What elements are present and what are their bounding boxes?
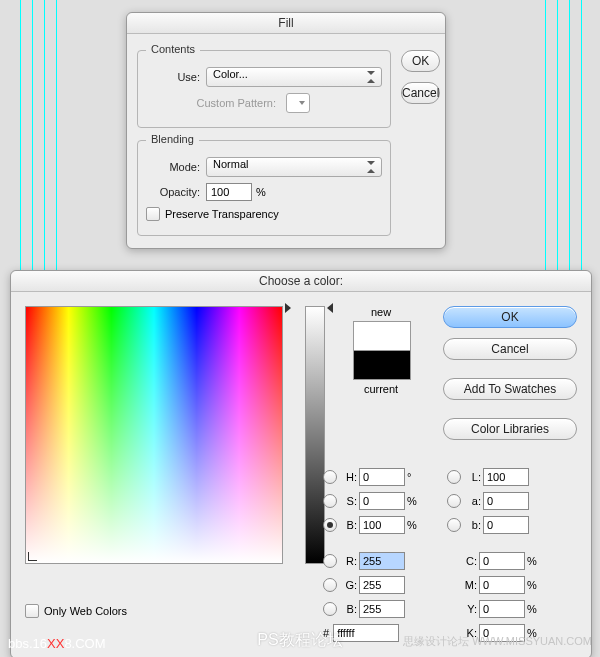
c-input[interactable] — [479, 552, 525, 570]
watermark-left: bbs.16XX8.COM — [8, 636, 106, 651]
slider-arrow-icon — [285, 303, 291, 313]
fill-title[interactable]: Fill — [127, 13, 445, 34]
only-web-colors-checkbox[interactable] — [25, 604, 39, 618]
opacity-input[interactable] — [206, 183, 252, 201]
current-label: current — [345, 383, 417, 395]
y-label: Y: — [447, 603, 477, 615]
current-color-swatch[interactable] — [353, 350, 411, 380]
b-input[interactable] — [359, 516, 405, 534]
custom-pattern-swatch[interactable] — [286, 93, 310, 113]
l-input[interactable] — [483, 468, 529, 486]
y-unit: % — [527, 603, 541, 615]
lab-b-input[interactable] — [483, 516, 529, 534]
b2-input[interactable] — [359, 600, 405, 618]
s-label: S: — [341, 495, 357, 507]
s-radio[interactable] — [323, 494, 337, 508]
a-radio[interactable] — [447, 494, 461, 508]
lab-b-label: b: — [465, 519, 481, 531]
m-input[interactable] — [479, 576, 525, 594]
mode-select[interactable]: Normal — [206, 157, 382, 177]
c-label: C: — [447, 555, 477, 567]
color-libraries-button[interactable]: Color Libraries — [443, 418, 577, 440]
r-label: R: — [341, 555, 357, 567]
blending-group-label: Blending — [146, 133, 199, 145]
b-label: B: — [341, 519, 357, 531]
c-unit: % — [527, 555, 541, 567]
brightness-slider[interactable] — [305, 306, 325, 564]
picker-title[interactable]: Choose a color: — [11, 271, 591, 292]
h-label: H: — [341, 471, 357, 483]
fill-dialog: Fill Contents Use: Color... Custom Patte… — [126, 12, 446, 249]
h-unit: ° — [407, 471, 421, 483]
fill-cancel-button[interactable]: Cancel — [401, 82, 440, 104]
picker-cancel-button[interactable]: Cancel — [443, 338, 577, 360]
only-web-colors-label: Only Web Colors — [44, 605, 127, 617]
l-radio[interactable] — [447, 470, 461, 484]
s-unit: % — [407, 495, 421, 507]
r-radio[interactable] — [323, 554, 337, 568]
watermark-right: 思缘设计论坛 WWW.MISSYUAN.COM — [403, 634, 592, 649]
g-label: G: — [341, 579, 357, 591]
g-input[interactable] — [359, 576, 405, 594]
new-color-swatch[interactable] — [353, 321, 411, 350]
custom-pattern-label: Custom Pattern: — [146, 97, 276, 109]
b-unit: % — [407, 519, 421, 531]
preserve-transparency-label: Preserve Transparency — [165, 208, 279, 220]
add-to-swatches-button[interactable]: Add To Swatches — [443, 378, 577, 400]
fill-ok-button[interactable]: OK — [401, 50, 440, 72]
picker-ok-button[interactable]: OK — [443, 306, 577, 328]
l-label: L: — [465, 471, 481, 483]
h-radio[interactable] — [323, 470, 337, 484]
use-select[interactable]: Color... — [206, 67, 382, 87]
a-label: a: — [465, 495, 481, 507]
slider-arrow-icon — [327, 303, 333, 313]
contents-group-label: Contents — [146, 43, 200, 55]
r-input[interactable] — [359, 552, 405, 570]
picker-cursor-icon — [28, 552, 37, 561]
y-input[interactable] — [479, 600, 525, 618]
mode-label: Mode: — [146, 161, 200, 173]
watermark-main: PS教程论坛 — [257, 630, 342, 651]
b2-label: B: — [341, 603, 357, 615]
use-label: Use: — [146, 71, 200, 83]
m-unit: % — [527, 579, 541, 591]
b-radio[interactable] — [323, 518, 337, 532]
color-picker-dialog: Choose a color: new current OK — [10, 270, 592, 657]
s-input[interactable] — [359, 492, 405, 510]
opacity-label: Opacity: — [146, 186, 200, 198]
b2-radio[interactable] — [323, 602, 337, 616]
color-spectrum[interactable] — [25, 306, 283, 564]
lab-b-radio[interactable] — [447, 518, 461, 532]
opacity-unit: % — [256, 186, 266, 198]
preserve-transparency-checkbox[interactable] — [146, 207, 160, 221]
h-input[interactable] — [359, 468, 405, 486]
hex-input[interactable] — [333, 624, 399, 642]
new-label: new — [345, 306, 417, 318]
g-radio[interactable] — [323, 578, 337, 592]
a-input[interactable] — [483, 492, 529, 510]
m-label: M: — [447, 579, 477, 591]
